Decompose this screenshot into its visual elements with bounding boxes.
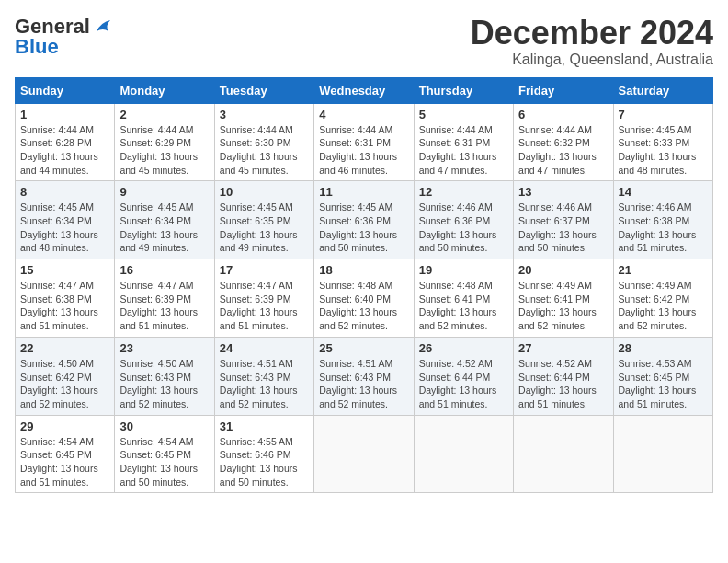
calendar-day-cell: 11Sunrise: 4:45 AMSunset: 6:36 PMDayligh… — [314, 181, 414, 259]
day-number: 11 — [319, 185, 408, 199]
day-info: Sunrise: 4:48 AMSunset: 6:40 PMDaylight:… — [319, 279, 408, 333]
calendar-day-cell: 31Sunrise: 4:55 AMSunset: 6:46 PMDayligh… — [214, 415, 313, 493]
day-info: Sunrise: 4:54 AMSunset: 6:45 PMDaylight:… — [119, 435, 209, 489]
calendar-body: 1Sunrise: 4:44 AMSunset: 6:28 PMDaylight… — [16, 103, 713, 493]
day-number: 3 — [220, 108, 309, 121]
col-monday: Monday — [115, 77, 214, 103]
day-number: 6 — [518, 108, 608, 121]
calendar-day-cell: 12Sunrise: 4:46 AMSunset: 6:36 PMDayligh… — [414, 181, 513, 259]
col-saturday: Saturday — [613, 77, 712, 103]
day-number: 2 — [119, 108, 209, 121]
calendar-day-cell: 24Sunrise: 4:51 AMSunset: 6:43 PMDayligh… — [214, 337, 313, 415]
calendar-week-row: 8Sunrise: 4:45 AMSunset: 6:34 PMDaylight… — [16, 181, 713, 259]
calendar-day-cell: 21Sunrise: 4:49 AMSunset: 6:42 PMDayligh… — [613, 259, 712, 338]
calendar-day-cell — [314, 415, 414, 493]
day-info: Sunrise: 4:44 AMSunset: 6:32 PMDaylight:… — [518, 123, 608, 178]
location-subtitle: Kalinga, Queensland, Australia — [471, 52, 713, 68]
calendar-day-cell: 6Sunrise: 4:44 AMSunset: 6:32 PMDaylight… — [514, 103, 613, 181]
day-info: Sunrise: 4:47 AMSunset: 6:39 PMDaylight:… — [220, 279, 309, 333]
day-number: 9 — [119, 185, 209, 199]
calendar-day-cell: 1Sunrise: 4:44 AMSunset: 6:28 PMDaylight… — [16, 103, 115, 181]
day-info: Sunrise: 4:45 AMSunset: 6:36 PMDaylight:… — [319, 201, 408, 255]
col-thursday: Thursday — [414, 77, 513, 103]
day-number: 29 — [20, 419, 109, 433]
day-number: 8 — [20, 185, 109, 199]
calendar-day-cell: 18Sunrise: 4:48 AMSunset: 6:40 PMDayligh… — [314, 259, 414, 338]
calendar-day-cell: 3Sunrise: 4:44 AMSunset: 6:30 PMDaylight… — [214, 103, 313, 181]
day-info: Sunrise: 4:49 AMSunset: 6:41 PMDaylight:… — [518, 279, 608, 333]
day-number: 16 — [119, 263, 209, 277]
day-info: Sunrise: 4:45 AMSunset: 6:34 PMDaylight:… — [20, 201, 109, 255]
day-number: 17 — [220, 263, 309, 277]
calendar-day-cell — [613, 415, 712, 493]
day-number: 25 — [319, 341, 408, 355]
calendar-day-cell: 27Sunrise: 4:52 AMSunset: 6:44 PMDayligh… — [514, 337, 613, 415]
day-number: 24 — [220, 341, 309, 355]
calendar-day-cell: 15Sunrise: 4:47 AMSunset: 6:38 PMDayligh… — [16, 259, 115, 338]
calendar-day-cell: 2Sunrise: 4:44 AMSunset: 6:29 PMDaylight… — [115, 103, 214, 181]
col-tuesday: Tuesday — [214, 77, 313, 103]
day-number: 31 — [220, 419, 309, 433]
day-info: Sunrise: 4:47 AMSunset: 6:39 PMDaylight:… — [119, 279, 209, 333]
day-info: Sunrise: 4:44 AMSunset: 6:29 PMDaylight:… — [119, 123, 209, 178]
calendar-day-cell — [514, 415, 613, 493]
calendar-day-cell: 29Sunrise: 4:54 AMSunset: 6:45 PMDayligh… — [16, 415, 115, 493]
day-number: 18 — [319, 263, 408, 277]
day-info: Sunrise: 4:46 AMSunset: 6:37 PMDaylight:… — [518, 201, 608, 255]
day-info: Sunrise: 4:55 AMSunset: 6:46 PMDaylight:… — [220, 435, 309, 489]
day-info: Sunrise: 4:47 AMSunset: 6:38 PMDaylight:… — [20, 279, 109, 333]
day-info: Sunrise: 4:46 AMSunset: 6:36 PMDaylight:… — [419, 201, 508, 255]
calendar-table: Sunday Monday Tuesday Wednesday Thursday… — [15, 77, 713, 494]
day-info: Sunrise: 4:51 AMSunset: 6:43 PMDaylight:… — [319, 357, 408, 411]
calendar-week-row: 29Sunrise: 4:54 AMSunset: 6:45 PMDayligh… — [16, 415, 713, 493]
day-number: 26 — [419, 341, 508, 355]
day-info: Sunrise: 4:44 AMSunset: 6:30 PMDaylight:… — [220, 123, 309, 178]
day-number: 30 — [119, 419, 209, 433]
calendar-day-cell: 28Sunrise: 4:53 AMSunset: 6:45 PMDayligh… — [613, 337, 712, 415]
calendar-day-cell: 5Sunrise: 4:44 AMSunset: 6:31 PMDaylight… — [414, 103, 513, 181]
day-info: Sunrise: 4:45 AMSunset: 6:34 PMDaylight:… — [119, 201, 209, 255]
calendar-week-row: 15Sunrise: 4:47 AMSunset: 6:38 PMDayligh… — [16, 259, 713, 338]
calendar-day-cell: 26Sunrise: 4:52 AMSunset: 6:44 PMDayligh… — [414, 337, 513, 415]
day-number: 21 — [619, 263, 708, 277]
day-info: Sunrise: 4:49 AMSunset: 6:42 PMDaylight:… — [619, 279, 708, 333]
day-info: Sunrise: 4:44 AMSunset: 6:31 PMDaylight:… — [419, 123, 508, 178]
day-info: Sunrise: 4:50 AMSunset: 6:43 PMDaylight:… — [119, 357, 209, 411]
day-number: 28 — [619, 341, 708, 355]
day-info: Sunrise: 4:50 AMSunset: 6:42 PMDaylight:… — [20, 357, 109, 411]
logo-bird-icon — [92, 18, 112, 35]
header: General Blue December 2024 Kalinga, Quee… — [15, 15, 713, 68]
day-info: Sunrise: 4:54 AMSunset: 6:45 PMDaylight:… — [20, 435, 109, 489]
logo: General Blue — [15, 15, 112, 59]
calendar-day-cell — [414, 415, 513, 493]
calendar-day-cell: 10Sunrise: 4:45 AMSunset: 6:35 PMDayligh… — [214, 181, 313, 259]
calendar-week-row: 22Sunrise: 4:50 AMSunset: 6:42 PMDayligh… — [16, 337, 713, 415]
col-friday: Friday — [514, 77, 613, 103]
day-number: 22 — [20, 341, 109, 355]
day-info: Sunrise: 4:46 AMSunset: 6:38 PMDaylight:… — [619, 201, 708, 255]
day-info: Sunrise: 4:45 AMSunset: 6:33 PMDaylight:… — [619, 123, 708, 178]
day-number: 5 — [419, 108, 508, 121]
day-info: Sunrise: 4:52 AMSunset: 6:44 PMDaylight:… — [518, 357, 608, 411]
title-area: December 2024 Kalinga, Queensland, Austr… — [471, 15, 713, 68]
day-info: Sunrise: 4:53 AMSunset: 6:45 PMDaylight:… — [619, 357, 708, 411]
day-number: 10 — [220, 185, 309, 199]
col-sunday: Sunday — [16, 77, 115, 103]
day-info: Sunrise: 4:44 AMSunset: 6:31 PMDaylight:… — [319, 123, 408, 178]
day-number: 15 — [20, 263, 109, 277]
day-number: 7 — [619, 108, 708, 121]
day-number: 20 — [518, 263, 608, 277]
day-number: 27 — [518, 341, 608, 355]
day-number: 1 — [20, 108, 109, 121]
calendar-day-cell: 8Sunrise: 4:45 AMSunset: 6:34 PMDaylight… — [16, 181, 115, 259]
calendar-week-row: 1Sunrise: 4:44 AMSunset: 6:28 PMDaylight… — [16, 103, 713, 181]
day-info: Sunrise: 4:48 AMSunset: 6:41 PMDaylight:… — [419, 279, 508, 333]
calendar-day-cell: 9Sunrise: 4:45 AMSunset: 6:34 PMDaylight… — [115, 181, 214, 259]
calendar-day-cell: 7Sunrise: 4:45 AMSunset: 6:33 PMDaylight… — [613, 103, 712, 181]
calendar-day-cell: 13Sunrise: 4:46 AMSunset: 6:37 PMDayligh… — [514, 181, 613, 259]
day-number: 4 — [319, 108, 408, 121]
day-number: 19 — [419, 263, 508, 277]
calendar-day-cell: 25Sunrise: 4:51 AMSunset: 6:43 PMDayligh… — [314, 337, 414, 415]
calendar-day-cell: 20Sunrise: 4:49 AMSunset: 6:41 PMDayligh… — [514, 259, 613, 338]
header-row: Sunday Monday Tuesday Wednesday Thursday… — [16, 77, 713, 103]
